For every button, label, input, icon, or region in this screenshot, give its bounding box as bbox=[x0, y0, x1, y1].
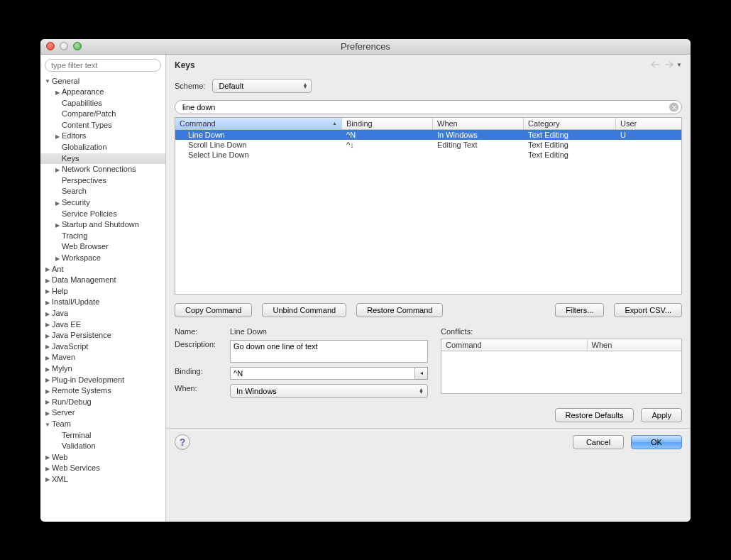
tree-item-label: JavaScript bbox=[50, 342, 89, 351]
tree-item-label: Appearance bbox=[60, 87, 105, 96]
tree-item[interactable]: ▶Keys bbox=[40, 153, 165, 165]
col-command[interactable]: Command▲ bbox=[175, 118, 342, 129]
tree-item[interactable]: ▶Web Browser bbox=[40, 241, 165, 253]
description-input[interactable]: Go down one line of text bbox=[230, 340, 428, 363]
preference-tree[interactable]: ▼General▶Appearance▶Capabilities▶Compare… bbox=[40, 76, 165, 522]
tree-item-label: Remote Systems bbox=[50, 386, 113, 395]
nav-forward-icon[interactable] bbox=[664, 61, 674, 70]
filters-button[interactable]: Filters... bbox=[555, 303, 604, 317]
tree-item[interactable]: ▶Ant bbox=[40, 264, 165, 275]
tree-item[interactable]: ▼General bbox=[40, 76, 165, 87]
table-row[interactable]: Line Down^NIn WindowsText EditingU bbox=[175, 130, 681, 140]
restore-command-button[interactable]: Restore Command bbox=[356, 303, 443, 317]
tree-item[interactable]: ▶Search bbox=[40, 186, 165, 197]
clear-search-icon[interactable]: ✕ bbox=[669, 102, 678, 111]
tree-item[interactable]: ▶JavaScript bbox=[40, 341, 165, 353]
ok-button[interactable]: OK bbox=[631, 435, 682, 449]
page-title: Keys bbox=[175, 60, 195, 70]
tree-item[interactable]: ▶Globalization bbox=[40, 142, 165, 153]
tree-item[interactable]: ▶Tracing bbox=[40, 231, 165, 242]
col-category[interactable]: Category bbox=[524, 118, 616, 129]
disclosure-right-icon: ▶ bbox=[45, 341, 50, 352]
tree-item-label: Startup and Shutdown bbox=[60, 220, 141, 229]
cell: Text Editing bbox=[524, 150, 616, 160]
tree-item-label: Mylyn bbox=[50, 364, 74, 373]
tree-item-label: Run/Debug bbox=[50, 397, 93, 406]
tree-item[interactable]: ▶Security bbox=[40, 197, 165, 209]
disclosure-right-icon: ▶ bbox=[45, 386, 50, 397]
tree-item[interactable]: ▶Remote Systems bbox=[40, 385, 165, 397]
nav-menu-icon[interactable]: ▼ bbox=[676, 62, 682, 68]
disclosure-right-icon: ▶ bbox=[55, 198, 60, 209]
tree-item[interactable]: ▶Server bbox=[40, 407, 165, 419]
conflicts-col-when[interactable]: When bbox=[588, 339, 681, 351]
tree-item[interactable]: ▶Web bbox=[40, 452, 165, 463]
restore-defaults-button[interactable]: Restore Defaults bbox=[555, 408, 634, 422]
disclosure-right-icon: ▶ bbox=[45, 353, 50, 363]
table-body[interactable]: Line Down^NIn WindowsText EditingUScroll… bbox=[175, 130, 681, 294]
nav-back-icon[interactable] bbox=[651, 61, 661, 70]
tree-item[interactable]: ▶Workspace bbox=[40, 253, 165, 264]
tree-item[interactable]: ▶Editors bbox=[40, 131, 165, 142]
tree-item[interactable]: ▶XML bbox=[40, 474, 165, 485]
tree-item[interactable]: ▶Web Services bbox=[40, 463, 165, 474]
tree-item[interactable]: ▶Java Persistence bbox=[40, 330, 165, 341]
tree-item[interactable]: ▶Data Management bbox=[40, 275, 165, 286]
tree-item[interactable]: ▶Terminal bbox=[40, 430, 165, 441]
tree-item[interactable]: ▶Capabilities bbox=[40, 98, 165, 109]
table-row[interactable]: Select Line DownText Editing bbox=[175, 150, 681, 160]
cell bbox=[616, 140, 681, 150]
scheme-select[interactable]: Default bbox=[212, 79, 312, 93]
tree-item[interactable]: ▶Startup and Shutdown bbox=[40, 219, 165, 231]
export-csv-button[interactable]: Export CSV... bbox=[614, 303, 682, 317]
tree-item-label: Maven bbox=[50, 353, 77, 361]
tree-item[interactable]: ▼Team bbox=[40, 419, 165, 430]
keybinding-search-input[interactable] bbox=[175, 100, 682, 114]
tree-item[interactable]: ▶Perspectives bbox=[40, 175, 165, 187]
tree-item[interactable]: ▶Java bbox=[40, 308, 165, 319]
tree-item[interactable]: ▶Content Types bbox=[40, 120, 165, 131]
binding-input[interactable] bbox=[230, 367, 415, 380]
disclosure-right-icon: ▶ bbox=[45, 286, 50, 297]
tree-item[interactable]: ▶Appearance bbox=[40, 87, 165, 98]
tree-item[interactable]: ▶Compare/Patch bbox=[40, 109, 165, 120]
binding-revert-icon[interactable]: ◂ bbox=[415, 367, 428, 380]
conflicts-col-command[interactable]: Command bbox=[441, 339, 588, 351]
disclosure-right-icon: ▶ bbox=[45, 309, 50, 319]
tree-item-label: Editors bbox=[60, 131, 87, 140]
tree-item[interactable]: ▶Validation bbox=[40, 441, 165, 452]
tree-item-label: Security bbox=[60, 198, 92, 207]
sidebar: ▼General▶Appearance▶Capabilities▶Compare… bbox=[40, 55, 166, 522]
tree-item-label: Java bbox=[50, 309, 70, 317]
tree-item[interactable]: ▶Install/Update bbox=[40, 297, 165, 308]
tree-item[interactable]: ▶Help bbox=[40, 286, 165, 297]
unbind-command-button[interactable]: Unbind Command bbox=[262, 303, 346, 317]
apply-button[interactable]: Apply bbox=[641, 408, 682, 422]
page-nav-icons: ▼ bbox=[651, 61, 682, 70]
cell bbox=[616, 150, 681, 160]
disclosure-right-icon: ▶ bbox=[55, 87, 60, 98]
copy-command-button[interactable]: Copy Command bbox=[175, 303, 252, 317]
col-binding[interactable]: Binding bbox=[342, 118, 433, 129]
tree-item[interactable]: ▶Plug-in Development bbox=[40, 375, 165, 386]
filter-input[interactable] bbox=[45, 59, 161, 72]
cell: Scroll Line Down bbox=[175, 140, 342, 150]
tree-item[interactable]: ▶Run/Debug bbox=[40, 397, 165, 408]
tree-item-label: Validation bbox=[60, 441, 97, 450]
col-when[interactable]: When bbox=[433, 118, 524, 129]
when-select[interactable]: In Windows bbox=[230, 384, 428, 398]
tree-item[interactable]: ▶Mylyn bbox=[40, 363, 165, 375]
disclosure-right-icon: ▶ bbox=[45, 319, 50, 330]
tree-item[interactable]: ▶Service Policies bbox=[40, 209, 165, 220]
tree-item-label: Java EE bbox=[50, 320, 82, 329]
col-user[interactable]: User bbox=[616, 118, 681, 129]
tree-item[interactable]: ▶Java EE bbox=[40, 319, 165, 331]
tree-item[interactable]: ▶Network Connections bbox=[40, 164, 165, 175]
tree-item[interactable]: ▶Maven bbox=[40, 352, 165, 363]
tree-item-label: Server bbox=[50, 408, 76, 417]
table-row[interactable]: Scroll Line Down^↓Editing TextText Editi… bbox=[175, 140, 681, 150]
cell: Editing Text bbox=[433, 140, 524, 150]
cancel-button[interactable]: Cancel bbox=[573, 435, 624, 449]
cell: ^N bbox=[342, 130, 433, 140]
help-icon[interactable]: ? bbox=[175, 434, 190, 450]
